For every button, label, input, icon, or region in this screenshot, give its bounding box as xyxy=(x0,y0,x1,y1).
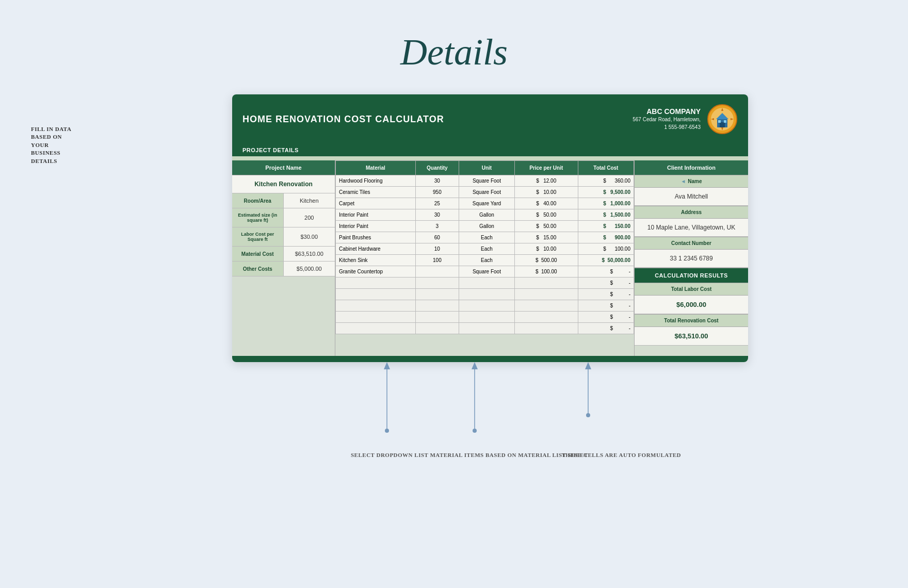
total-value: $ 100.00 xyxy=(578,243,634,255)
spreadsheet-title: HOME RENOVATION COST CALCULATOR xyxy=(242,114,444,125)
material-name[interactable] xyxy=(336,277,416,289)
material-name[interactable]: Granite Countertop xyxy=(336,266,416,277)
labor-cost-value[interactable]: $30.00 xyxy=(284,227,335,246)
material-name[interactable] xyxy=(336,323,416,334)
total-value: $ 9,500.00 xyxy=(578,187,634,198)
unit-value[interactable]: Gallon xyxy=(459,209,515,221)
material-name[interactable]: Cabinet Hardware xyxy=(336,243,416,255)
table-row: $ - xyxy=(336,289,634,300)
bottom-left-annotation: SELECT DROPDOWN LIST MATERIAL ITEMS BASE… xyxy=(351,451,588,460)
material-cost-value: $63,510.00 xyxy=(284,247,335,261)
total-value: $ 50,000.00 xyxy=(578,255,634,266)
quantity-value[interactable]: 30 xyxy=(415,175,459,187)
total-labor-value: $6,000.00 xyxy=(635,296,748,314)
table-row: Interior Paint 30 Gallon $ 50.00 $ 1,500… xyxy=(336,209,634,221)
room-area-row: Room/Area Kitchen xyxy=(232,193,335,208)
room-area-value[interactable]: Kitchen xyxy=(284,193,335,208)
material-cost-row: Material Cost $63,510.00 xyxy=(232,247,335,262)
total-value: $ - xyxy=(578,277,634,289)
client-name-value[interactable]: Ava Mitchell xyxy=(635,188,748,206)
material-name[interactable]: Carpet xyxy=(336,198,416,209)
table-row: $ - xyxy=(336,277,634,289)
company-phone: 1 555-987-6543 xyxy=(633,123,701,131)
left-annotation: FILL IN DATA BASED ON YOUR BUSINESS DETA… xyxy=(31,125,77,165)
price-value: $ 15.00 xyxy=(514,232,578,243)
client-address-label: Address xyxy=(635,206,748,219)
total-value: $ - xyxy=(578,312,634,323)
material-name[interactable] xyxy=(336,289,416,300)
quantity-value[interactable] xyxy=(415,266,459,277)
spreadsheet-footer xyxy=(232,356,748,362)
unit-value[interactable]: Each xyxy=(459,255,515,266)
total-value: $ 900.00 xyxy=(578,232,634,243)
left-panel: Project Name Kitchen Renovation Room/Are… xyxy=(232,160,335,356)
table-row: Interior Paint 3 Gallon $ 50.00 $ 150.00 xyxy=(336,221,634,232)
material-name[interactable]: Ceramic Tiles xyxy=(336,187,416,198)
material-name[interactable]: Kitchen Sink xyxy=(336,255,416,266)
svg-point-8 xyxy=(385,429,389,433)
total-value: $ - xyxy=(578,300,634,312)
company-logo-icon xyxy=(707,104,738,135)
unit-value[interactable]: Square Yard xyxy=(459,198,515,209)
svg-marker-9 xyxy=(384,362,390,369)
material-name[interactable] xyxy=(336,300,416,312)
material-name[interactable]: Interior Paint xyxy=(336,221,416,232)
table-row: Granite Countertop Square Foot $ 100.00 … xyxy=(336,266,634,277)
estimated-size-label: Estimated size (in square ft) xyxy=(232,208,284,227)
quantity-value[interactable]: 100 xyxy=(415,255,459,266)
svg-rect-4 xyxy=(720,122,725,127)
unit-value[interactable]: Square Foot xyxy=(459,187,515,198)
price-col-header: Price per Unit xyxy=(514,161,578,175)
material-name[interactable]: Interior Paint xyxy=(336,209,416,221)
unit-value[interactable]: Square Foot xyxy=(459,175,515,187)
spreadsheet-header: HOME RENOVATION COST CALCULATOR ABC COMP… xyxy=(232,94,748,144)
total-renovation-label: Total Renovation Cost xyxy=(635,314,748,327)
arrows-svg xyxy=(196,362,712,465)
estimated-size-value[interactable]: 200 xyxy=(284,208,335,227)
price-value: $ 50.00 xyxy=(514,209,578,221)
unit-value[interactable]: Each xyxy=(459,243,515,255)
project-name-header: Project Name xyxy=(232,160,335,175)
client-contact-value[interactable]: 33 1 2345 6789 xyxy=(635,250,748,268)
quantity-value[interactable]: 950 xyxy=(415,187,459,198)
material-name[interactable] xyxy=(336,312,416,323)
table-row: Hardwood Flooring 30 Square Foot $ 12.00… xyxy=(336,175,634,187)
table-row: Carpet 25 Square Yard $ 40.00 $ 1,000.00 xyxy=(336,198,634,209)
labor-cost-row: Labor Cost per Square ft $30.00 xyxy=(232,227,335,247)
calculation-results-header: CALCULATION RESULTS xyxy=(635,268,748,283)
spreadsheet: HOME RENOVATION COST CALCULATOR ABC COMP… xyxy=(232,94,748,362)
unit-value[interactable]: Gallon xyxy=(459,221,515,232)
materials-table: Material Quantity Unit Price per Unit To… xyxy=(335,160,634,334)
client-address-value[interactable]: 10 Maple Lane, Villagetown, UK xyxy=(635,219,748,237)
quantity-value[interactable]: 10 xyxy=(415,243,459,255)
project-name-value[interactable]: Kitchen Renovation xyxy=(232,175,335,193)
unit-col-header: Unit xyxy=(459,161,515,175)
total-value: $ - xyxy=(578,289,634,300)
price-value: $ 10.00 xyxy=(514,243,578,255)
other-costs-value[interactable]: $5,000.00 xyxy=(284,262,335,276)
svg-rect-6 xyxy=(724,120,726,123)
client-contact-label: Contact Number xyxy=(635,237,748,250)
quantity-value[interactable]: 25 xyxy=(415,198,459,209)
price-value: $ 50.00 xyxy=(514,221,578,232)
price-value: $ 500.00 xyxy=(514,255,578,266)
table-row: $ - xyxy=(336,323,634,334)
room-area-label: Room/Area xyxy=(232,193,284,208)
svg-point-14 xyxy=(586,413,590,417)
table-row: Paint Brushes 60 Each $ 15.00 $ 900.00 xyxy=(336,232,634,243)
material-name[interactable]: Hardwood Flooring xyxy=(336,175,416,187)
labor-cost-label: Labor Cost per Square ft xyxy=(232,227,284,246)
unit-value[interactable]: Each xyxy=(459,232,515,243)
total-labor-label: Total Labor Cost xyxy=(635,283,748,296)
price-value: $ 10.00 xyxy=(514,187,578,198)
quantity-value[interactable]: 60 xyxy=(415,232,459,243)
quantity-value[interactable]: 30 xyxy=(415,209,459,221)
total-value: $ 1,500.00 xyxy=(578,209,634,221)
estimated-size-row: Estimated size (in square ft) 200 xyxy=(232,208,335,227)
material-name[interactable]: Paint Brushes xyxy=(336,232,416,243)
material-col-header: Material xyxy=(336,161,416,175)
table-row: Kitchen Sink 100 Each $ 500.00 $ 50,000.… xyxy=(336,255,634,266)
project-details-bar: PROJECT DETAILS xyxy=(232,144,748,156)
quantity-value[interactable]: 3 xyxy=(415,221,459,232)
unit-value[interactable]: Square Foot xyxy=(459,266,515,277)
